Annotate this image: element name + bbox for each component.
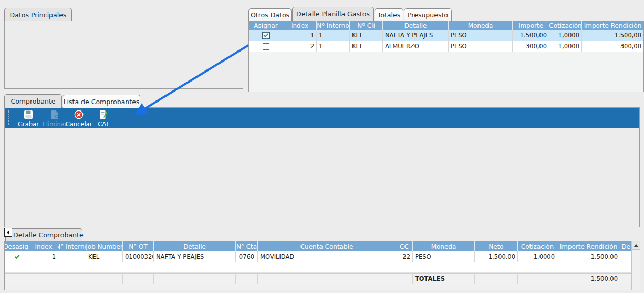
col-neto[interactable]: Neto bbox=[475, 241, 518, 251]
table-row[interactable]: 1 1 KEL NAFTA Y PEAJES PESO 1.500,00 1,0… bbox=[249, 30, 643, 41]
col-detalle[interactable]: Detalle bbox=[383, 21, 449, 30]
col-desasig[interactable]: Desasig. bbox=[5, 241, 29, 251]
grabar-button[interactable]: Grabar bbox=[14, 109, 43, 127]
totales-row: TOTALES 1.500,00 bbox=[5, 273, 631, 284]
table-row[interactable]: 2 1 KEL ALMUERZO PESO 300,00 1,0000 300,… bbox=[249, 41, 643, 52]
tab-scroll-left-button[interactable] bbox=[4, 228, 12, 237]
totales-label: TOTALES bbox=[413, 274, 475, 284]
col-index[interactable]: Index bbox=[29, 241, 58, 251]
col-interno[interactable]: Nº Interno bbox=[317, 21, 350, 30]
cell-interno: 1 bbox=[317, 41, 350, 52]
scroll-up-button[interactable] bbox=[632, 241, 640, 250]
cell-cta: 0760 bbox=[236, 251, 258, 262]
cell-rendicion: 1.500,00 bbox=[582, 30, 643, 41]
cell bbox=[518, 274, 557, 284]
col-importe-rendicion[interactable]: Importe Rendición bbox=[557, 241, 620, 251]
cell-moneda: PESO bbox=[449, 30, 513, 41]
col-cli[interactable]: Nº Cli bbox=[350, 21, 383, 30]
tab-datos-principales[interactable]: Datos Principales bbox=[4, 8, 72, 21]
cell-cotizacion: 1,0000 bbox=[518, 251, 557, 262]
cell-index: 2 bbox=[283, 41, 317, 52]
cai-icon bbox=[98, 109, 108, 120]
cell bbox=[123, 274, 154, 284]
col-cotizacion[interactable]: Cotización bbox=[518, 241, 557, 251]
cell-asignar bbox=[249, 41, 283, 52]
cell bbox=[5, 274, 29, 284]
planilla-gastos-grid: Asignar Index Nº Interno Nº Cli Detalle … bbox=[248, 21, 644, 92]
asignar-checkbox[interactable] bbox=[263, 43, 269, 50]
button-label: CAI bbox=[98, 121, 108, 127]
tab-totales[interactable]: Totales bbox=[375, 8, 403, 21]
cell-ot: 0100032021 bbox=[123, 251, 154, 262]
vertical-scrollbar[interactable] bbox=[631, 241, 640, 290]
cell bbox=[236, 274, 258, 284]
table-row[interactable]: 1 KEL 0100032021 NAFTA Y PEAJES 0760 MOV… bbox=[5, 251, 631, 262]
cell-index: 1 bbox=[283, 30, 317, 41]
desasig-checkbox[interactable] bbox=[14, 254, 20, 260]
col-cc[interactable]: CC bbox=[396, 241, 413, 251]
toolbar-gripper[interactable] bbox=[8, 110, 9, 125]
cell-interno: 1 bbox=[317, 30, 350, 41]
col-cotizacion[interactable]: Cotización bbox=[549, 21, 582, 30]
grid-header-row: Asignar Index Nº Interno Nº Cli Detalle … bbox=[249, 21, 643, 30]
cell bbox=[154, 274, 236, 284]
col-job-number[interactable]: Job Number bbox=[86, 241, 123, 251]
col-asignar[interactable]: Asignar bbox=[249, 21, 283, 30]
col-moneda[interactable]: Moneda bbox=[449, 21, 513, 30]
tab-label: Detalle Planilla Gastos bbox=[296, 10, 370, 18]
cell bbox=[86, 274, 123, 284]
tab-comprobante[interactable]: Comprobante bbox=[4, 94, 62, 108]
grid-body: Desasig. Index N° Interno Job Number N° … bbox=[5, 241, 631, 290]
cell-desasig bbox=[5, 251, 29, 262]
cell-job-number: KEL bbox=[86, 251, 123, 262]
tab-label: Totales bbox=[378, 11, 400, 19]
col-index[interactable]: Index bbox=[283, 21, 317, 30]
col-moneda[interactable]: Moneda bbox=[413, 241, 475, 251]
cai-button[interactable]: CAI bbox=[93, 109, 113, 127]
col-ot[interactable]: N° OT bbox=[123, 241, 154, 251]
cell-cli: KEL bbox=[350, 30, 383, 41]
cell bbox=[58, 274, 86, 284]
cell bbox=[29, 274, 58, 284]
delete-icon bbox=[49, 109, 60, 120]
col-interno[interactable]: N° Interno bbox=[58, 241, 86, 251]
asignar-checkbox[interactable] bbox=[263, 32, 269, 39]
tab-presupuesto[interactable]: Presupuesto bbox=[404, 8, 452, 21]
col-de[interactable]: De bbox=[620, 241, 631, 251]
cell-rendicion: 300,00 bbox=[582, 41, 643, 52]
cell-index: 1 bbox=[29, 251, 58, 262]
col-detalle[interactable]: Detalle bbox=[154, 241, 236, 251]
table-row-empty[interactable] bbox=[5, 262, 631, 273]
cell-moneda: PESO bbox=[413, 251, 475, 262]
col-cuenta-contable[interactable]: Cuenta Contable bbox=[258, 241, 396, 251]
col-importe-rendicion[interactable]: Importe Rendición bbox=[582, 21, 643, 30]
cell-cli: KEL bbox=[350, 41, 383, 52]
cancelar-button[interactable]: Cancelar bbox=[64, 109, 94, 127]
cell-moneda: PESO bbox=[449, 41, 513, 52]
cell-detalle: ALMUERZO bbox=[383, 41, 449, 52]
col-importe[interactable]: Importe bbox=[513, 21, 549, 30]
tab-lista-de-comprobantes[interactable]: Lista de Comprobantes bbox=[63, 95, 140, 108]
cell-cuenta-contable: MOVILIDAD bbox=[258, 251, 396, 262]
tab-label: Lista de Comprobantes bbox=[64, 98, 140, 106]
tab-label: Comprobante bbox=[11, 97, 55, 105]
empty-cell bbox=[5, 262, 631, 272]
tab-otros-datos[interactable]: Otros Datos bbox=[248, 8, 292, 21]
tab-label: Presupuesto bbox=[408, 11, 448, 19]
cell-rendicion: 1.500,00 bbox=[557, 251, 620, 262]
col-cta[interactable]: N° Cta bbox=[236, 241, 258, 251]
datos-principales-panel bbox=[4, 21, 243, 89]
totales-rendicion-value: 1.500,00 bbox=[557, 274, 620, 284]
cell-cotizacion: 1,0000 bbox=[549, 30, 582, 41]
cell bbox=[258, 274, 396, 284]
cell bbox=[475, 274, 518, 284]
cell-importe: 300,00 bbox=[513, 41, 549, 52]
cell-neto: 1.500,00 bbox=[475, 251, 518, 262]
tab-label: Otros Datos bbox=[251, 11, 289, 19]
app-window: Datos Principales Ejercicio 0002 01/01/2… bbox=[0, 0, 644, 293]
cell-cc: 22 bbox=[396, 251, 413, 262]
cell-detalle: NAFTA Y PEAJES bbox=[383, 30, 449, 41]
tab-detalle-planilla-gastos[interactable]: Detalle Planilla Gastos bbox=[292, 7, 374, 21]
button-label: Cancelar bbox=[66, 121, 92, 127]
tab-detalle-comprobante[interactable]: Detalle Comprobante bbox=[5, 228, 82, 241]
